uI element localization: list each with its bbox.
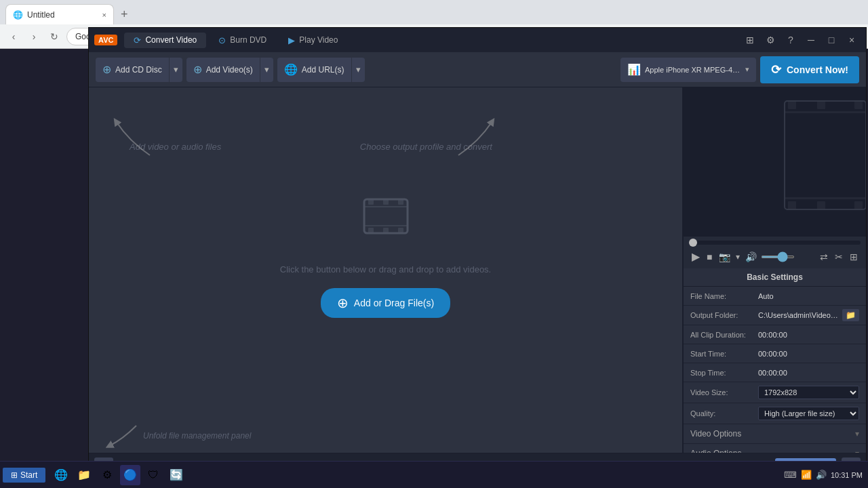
basic-settings-title: Basic Settings xyxy=(684,268,866,287)
settings-panel: Basic Settings File Name: Auto Output Fo… xyxy=(684,268,866,453)
progress-area: ▶ ■ 📷 ▾ 🔊 ⇄ ✂ ⊞ xyxy=(684,237,866,268)
play-button[interactable]: ▶ xyxy=(689,249,703,264)
taskbar-item-sync[interactable]: 🔄 xyxy=(166,465,186,485)
video-options-row[interactable]: Video Options ▾ xyxy=(684,424,866,444)
stop-time-value: 00:00:00 xyxy=(758,369,787,377)
svg-rect-7 xyxy=(383,228,389,233)
content-area: Add video or audio files Choose output p… xyxy=(89,87,866,453)
help-button[interactable]: ? xyxy=(782,31,800,49)
output-folder-label: Output Folder: xyxy=(690,311,758,319)
forward-button[interactable]: › xyxy=(26,28,42,45)
video-options-chevron-icon: ▾ xyxy=(855,429,859,439)
main-panel: Add video or audio files Choose output p… xyxy=(89,87,683,453)
add-urls-arrow-button[interactable]: ▾ xyxy=(351,58,365,82)
svg-rect-12 xyxy=(788,101,796,109)
audio-options-row[interactable]: Audio Options ▾ xyxy=(684,444,866,453)
file-name-label: File Name: xyxy=(690,292,758,300)
volume-slider[interactable] xyxy=(761,256,795,258)
clip-duration-value: 00:00:00 xyxy=(758,331,787,339)
film-strip-icon xyxy=(359,189,413,253)
video-size-select[interactable]: 1792x828 xyxy=(758,386,859,399)
effects-button[interactable]: ⊞ xyxy=(847,250,861,264)
quality-label: Quality: xyxy=(690,409,758,418)
tab-convert-video[interactable]: ⟳ Convert Video xyxy=(124,33,206,48)
progress-handle[interactable] xyxy=(689,239,697,247)
quality-select[interactable]: High (Larger file size) xyxy=(758,407,859,420)
close-button[interactable]: × xyxy=(843,31,861,49)
output-folder-value: C:\Users\admin\Videos... xyxy=(758,311,840,319)
add-drag-label: Add or Drag File(s) xyxy=(354,298,434,308)
grid-view-button[interactable]: ⊞ xyxy=(741,31,759,49)
add-cd-disc-button[interactable]: ⊕ Add CD Disc xyxy=(96,58,169,82)
stop-button[interactable]: ■ xyxy=(704,250,715,264)
svg-rect-13 xyxy=(817,101,825,109)
new-tab-button[interactable]: + xyxy=(118,5,131,24)
browser-tab[interactable]: 🌐 Untitled × xyxy=(5,4,114,24)
convert-now-button[interactable]: ⟳ Convert Now! xyxy=(760,56,859,83)
add-drag-icon: ⊕ xyxy=(337,295,349,311)
crop-button[interactable]: ✂ xyxy=(832,250,846,264)
svg-rect-10 xyxy=(785,111,866,113)
film-reel-icon xyxy=(778,94,866,218)
add-videos-button[interactable]: ⊕ Add Video(s) xyxy=(186,58,260,82)
settings-button[interactable]: ⚙ xyxy=(762,31,779,49)
taskbar-item-ie[interactable]: 🌐 xyxy=(51,465,71,485)
video-size-row: Video Size: 1792x828 xyxy=(684,382,866,403)
tab-title: Untitled xyxy=(27,10,55,20)
svg-rect-5 xyxy=(398,199,403,205)
add-cd-arrow-button[interactable]: ▾ xyxy=(169,58,182,82)
tab-play-video-label: Play Video xyxy=(299,35,338,45)
svg-rect-1 xyxy=(364,206,408,207)
preview-area xyxy=(684,87,866,237)
back-button[interactable]: ‹ xyxy=(5,28,22,45)
svg-rect-4 xyxy=(383,199,389,205)
taskbar-item-settings[interactable]: ⚙ xyxy=(97,465,117,485)
profile-selector[interactable]: 📊 Apple iPhone XR MPEG-4 Movie (*.m... ▾ xyxy=(620,58,756,82)
arrow-bottom-left-icon xyxy=(96,419,143,453)
tray-network-icon[interactable]: 📶 xyxy=(801,470,812,480)
add-cd-icon: ⊕ xyxy=(102,63,111,76)
drop-zone[interactable]: Click the button below or drag and drop … xyxy=(89,87,682,419)
quality-row: Quality: High (Larger file size) xyxy=(684,403,866,424)
taskbar-item-shield[interactable]: 🛡 xyxy=(143,465,163,485)
tab-play-video[interactable]: ▶ Play Video xyxy=(279,33,347,48)
start-button[interactable]: ⊞ Start xyxy=(3,468,45,483)
start-time-value: 00:00:00 xyxy=(758,350,787,358)
maximize-button[interactable]: □ xyxy=(823,31,840,49)
refresh-button[interactable]: ↻ xyxy=(46,28,62,45)
right-panel: ▶ ■ 📷 ▾ 🔊 ⇄ ✂ ⊞ Basic Settings File Na xyxy=(683,87,866,453)
svg-rect-16 xyxy=(817,201,825,209)
add-videos-arrow-button[interactable]: ▾ xyxy=(260,58,273,82)
taskbar-tray: ⌨ 📶 🔊 10:31 PM xyxy=(784,470,868,480)
app-window: AVC ⟳ Convert Video ⊙ Burn DVD ▶ Play Vi… xyxy=(88,27,867,478)
taskbar-items: 🌐 📁 ⚙ 🔵 🛡 🔄 xyxy=(51,465,186,485)
convert-now-icon: ⟳ xyxy=(771,62,781,77)
avc-logo: AVC xyxy=(94,35,117,45)
taskbar-item-chrome[interactable]: 🔵 xyxy=(120,465,140,485)
svg-rect-2 xyxy=(364,225,408,226)
tray-keyboard-icon[interactable]: ⌨ xyxy=(784,470,797,480)
output-folder-row: Output Folder: C:\Users\admin\Videos... … xyxy=(684,306,866,325)
output-folder-browse-button[interactable]: 📁 xyxy=(842,309,859,321)
tray-sound-icon[interactable]: 🔊 xyxy=(816,470,827,480)
snapshot-arrow-button[interactable]: ▾ xyxy=(734,251,741,263)
add-videos-group: ⊕ Add Video(s) ▾ xyxy=(186,58,273,82)
start-time-row: Start Time: 00:00:00 xyxy=(684,344,866,363)
clip-duration-label: All Clip Duration: xyxy=(690,331,758,339)
tab-burn-dvd[interactable]: ⊙ Burn DVD xyxy=(209,33,276,48)
taskbar-item-explorer[interactable]: 📁 xyxy=(74,465,94,485)
minimize-button[interactable]: ─ xyxy=(802,31,820,49)
add-urls-group: 🌐 Add URL(s) ▾ xyxy=(277,58,365,82)
loop-button[interactable]: ⇄ xyxy=(817,250,831,264)
progress-track[interactable] xyxy=(689,241,861,245)
add-cd-disc-group: ⊕ Add CD Disc ▾ xyxy=(96,58,182,82)
add-urls-button[interactable]: 🌐 Add URL(s) xyxy=(277,58,351,82)
windows-icon: ⊞ xyxy=(11,470,18,480)
start-time-label: Start Time: xyxy=(690,350,758,358)
add-drag-files-button[interactable]: ⊕ Add or Drag File(s) xyxy=(321,288,450,318)
mute-button[interactable]: 🔊 xyxy=(743,250,760,264)
svg-rect-17 xyxy=(854,201,863,209)
svg-rect-9 xyxy=(785,101,866,209)
snapshot-button[interactable]: 📷 xyxy=(716,250,733,264)
tab-close-icon[interactable]: × xyxy=(102,11,106,19)
